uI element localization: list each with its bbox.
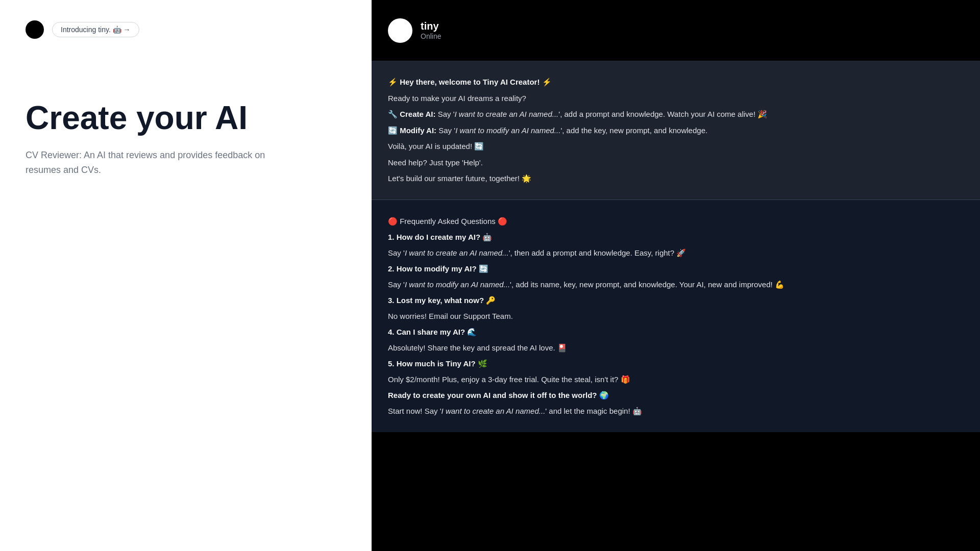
chat-status: Online [421,32,441,40]
welcome-line5: Voilà, your AI is updated! 🔄 [388,140,964,153]
hero-title: Create your AI [26,100,346,136]
faq-q4-answer: Absolutely! Share the key and spread the… [388,341,964,355]
welcome-text: ⚡ Hey there, welcome to Tiny AI Creator!… [388,76,964,185]
welcome-line3: 🔧 Create AI: Say 'I want to create an AI… [388,108,964,121]
faq-cta-answer: Start now! Say 'I want to create an AI n… [388,404,964,418]
welcome-line6: Need help? Just type 'Help'. [388,156,964,169]
faq-q3-answer: No worries! Email our Support Team. [388,309,964,323]
hero-section: Create your AI CV Reviewer: An AI that r… [26,100,346,531]
hero-description: CV Reviewer: An AI that reviews and prov… [26,148,271,178]
chat-header: tiny Online [372,0,980,61]
faq-cta: Ready to create your own AI and show it … [388,388,964,402]
chat-name: tiny [421,20,441,32]
faq-q3: 3. Lost my key, what now? 🔑 [388,293,964,307]
faq-q2-answer: Say 'I want to modify an AI named...', a… [388,278,964,291]
intro-badge[interactable]: Introducing tiny. 🤖 → [52,22,139,37]
chat-identity: tiny Online [421,20,441,40]
faq-q5-answer: Only $2/month! Plus, enjoy a 3-day free … [388,372,964,386]
left-panel: Introducing tiny. 🤖 → Create your AI CV … [0,0,372,551]
welcome-message: ⚡ Hey there, welcome to Tiny AI Creator!… [372,61,980,199]
faq-q1: 1. How do I create my AI? 🤖 [388,230,964,244]
chat-avatar [388,18,412,43]
chat-messages[interactable]: ⚡ Hey there, welcome to Tiny AI Creator!… [372,61,980,551]
faq-q2: 2. How to modify my AI? 🔄 [388,262,964,276]
faq-q5: 5. How much is Tiny AI? 🌿 [388,357,964,370]
welcome-line2: Ready to make your AI dreams a reality? [388,92,964,105]
faq-text: 🔴 Frequently Asked Questions 🔴 1. How do… [388,214,964,418]
welcome-line1: ⚡ Hey there, welcome to Tiny AI Creator!… [388,78,552,86]
faq-q1-answer: Say 'I want to create an AI named...', t… [388,246,964,260]
right-panel: tiny Online ⚡ Hey there, welcome to Tiny… [372,0,980,551]
faq-q4: 4. Can I share my AI? 🌊 [388,325,964,339]
top-bar: Introducing tiny. 🤖 → [26,20,346,39]
welcome-line4: 🔄 Modify AI: Say 'I want to modify an AI… [388,124,964,137]
logo-circle [26,20,44,39]
welcome-line7: Let's build our smarter future, together… [388,172,964,185]
faq-header: 🔴 Frequently Asked Questions 🔴 [388,214,964,228]
faq-message: 🔴 Frequently Asked Questions 🔴 1. How do… [372,199,980,432]
